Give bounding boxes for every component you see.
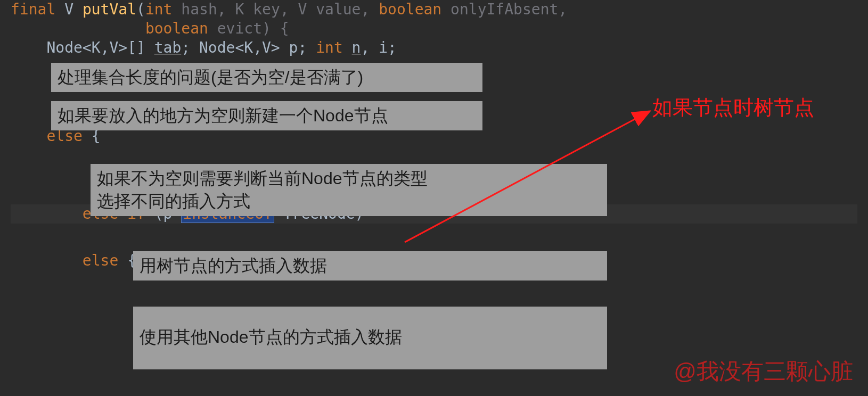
annotation-red: 如果节点时树节点: [652, 95, 814, 121]
indent: [11, 205, 83, 222]
code-text: V: [55, 1, 83, 18]
comment-box-4: 用树节点的方式插入数据: [133, 251, 607, 280]
var-tab: tab: [154, 39, 182, 56]
params: evict) {: [208, 20, 289, 37]
indent: [11, 127, 46, 145]
code-text: , i;: [361, 39, 396, 56]
comment-box-5: 使用其他Node节点的方式插入数据: [133, 307, 607, 369]
indent: [11, 20, 145, 37]
code-editor: final V putVal(int hash, K key, V value,…: [0, 0, 868, 270]
code-text: Node<K,V>[]: [11, 39, 154, 56]
code-line-3: Node<K,V>[] tab; Node<K,V> p; int n, i;: [11, 38, 857, 57]
keyword-int: int: [145, 1, 173, 18]
indent: [11, 252, 83, 269]
comment-box-1: 处理集合长度的问题(是否为空/是否满了): [51, 63, 482, 92]
method-name: putVal: [83, 1, 136, 18]
code-line-1: final V putVal(int hash, K key, V value,…: [11, 0, 857, 19]
keyword-else: else: [83, 252, 118, 269]
keyword-int: int: [316, 39, 343, 56]
watermark: @我没有三颗心脏: [674, 357, 853, 386]
params: onlyIfAbsent,: [441, 1, 567, 18]
code-line-2: boolean evict) {: [11, 19, 857, 38]
keyword-boolean: boolean: [379, 1, 441, 18]
keyword-boolean: boolean: [145, 20, 208, 37]
spacer: [11, 224, 857, 251]
keyword-final: final: [11, 1, 55, 18]
code-text: [343, 39, 352, 56]
code-text: ; Node<K,V> p;: [181, 39, 316, 56]
code-text: (: [136, 1, 145, 18]
params: hash, K key, V value,: [172, 1, 379, 18]
comment-box-3: 如果不为空则需要判断当前Node节点的类型 选择不同的插入方式: [91, 164, 607, 216]
var-n: n: [352, 39, 361, 56]
comment-box-2: 如果要放入的地方为空则新建一个Node节点: [51, 101, 482, 130]
